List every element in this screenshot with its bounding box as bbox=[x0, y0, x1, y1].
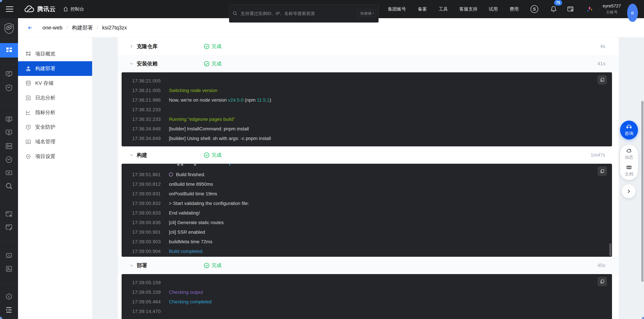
rail-terminal-menu-icon[interactable] bbox=[5, 306, 13, 314]
user-avatar[interactable]: e bbox=[627, 4, 638, 22]
check-circle-icon bbox=[204, 263, 210, 268]
docs-button[interactable]: 文档 bbox=[625, 164, 633, 178]
log-timestamp: 17:36:21.005 bbox=[132, 78, 161, 84]
log-timestamp: 17:36:21.986 bbox=[132, 97, 161, 103]
sidebar-item-overview[interactable]: 项目概览 bbox=[18, 47, 92, 61]
rail-ip-icon[interactable]: IP bbox=[5, 169, 13, 177]
navbar-link[interactable]: 客服支持 bbox=[459, 0, 478, 18]
breadcrumb-item[interactable]: one-web bbox=[42, 25, 62, 31]
sidebar-item-label: 项目概览 bbox=[35, 50, 56, 57]
log-line: 17:39:00.901[cli] SSR enabled bbox=[132, 227, 612, 237]
rail-server-icon[interactable] bbox=[5, 142, 13, 150]
log-timestamp: 17:36:21.005 bbox=[132, 88, 161, 93]
sidebar-item-domains[interactable]: W 域名管理 bbox=[18, 134, 92, 149]
breadcrumb-item[interactable]: 构建部署 bbox=[72, 25, 93, 31]
build-sections: 克隆仓库完成4s安装依赖完成41s17:36:21.00517:36:21.00… bbox=[118, 38, 618, 319]
copy-icon bbox=[600, 169, 605, 174]
open-book-icon bbox=[626, 165, 632, 170]
rail-edge-node-icon[interactable] bbox=[5, 252, 13, 260]
hamburger-menu-icon[interactable] bbox=[6, 0, 14, 18]
navbar-divider bbox=[378, 5, 379, 13]
rail-browser-edit-icon[interactable] bbox=[5, 223, 13, 231]
check-circle-icon bbox=[204, 43, 210, 49]
window-corner bbox=[642, 317, 644, 319]
sparkle-color-icon bbox=[586, 5, 594, 13]
sidebar-item-settings[interactable]: 项目设置 bbox=[18, 149, 92, 164]
sidebar-item-build-deploy[interactable]: 构建部署 bbox=[18, 61, 92, 76]
navbar-link[interactable]: 试用 bbox=[489, 0, 498, 18]
log-line: 17:39:00.831onPostBuild time 19ms bbox=[132, 189, 612, 199]
rail-divider bbox=[2, 65, 16, 65]
sidebar-item-kv-storage[interactable]: KV 存储 bbox=[18, 76, 92, 90]
sidebar-item-log-analysis[interactable]: 日志分析 bbox=[18, 90, 92, 105]
edgeone-logo-icon[interactable] bbox=[4, 22, 14, 34]
headset-icon bbox=[626, 124, 632, 130]
settings-hex-icon bbox=[25, 153, 31, 159]
rail-search-icon[interactable] bbox=[5, 182, 13, 190]
sidebar-item-metrics[interactable]: 指标分析 bbox=[18, 105, 92, 120]
sidebar-item-security[interactable]: 安全防护 bbox=[18, 120, 92, 134]
svg-text:W: W bbox=[27, 141, 29, 143]
copy-log-button[interactable] bbox=[598, 277, 607, 286]
feed-button[interactable]: 动态 bbox=[625, 147, 633, 161]
rail-function-icon[interactable] bbox=[5, 293, 13, 301]
activities-button[interactable] bbox=[586, 0, 594, 18]
clipped-log-line bbox=[122, 164, 612, 166]
copy-log-button[interactable] bbox=[598, 166, 607, 176]
build-section-row[interactable]: 构建完成1m47s bbox=[118, 146, 618, 164]
domain-w-icon: W bbox=[25, 139, 31, 145]
user-role: 主账号 bbox=[606, 9, 618, 15]
rail-item-dashboard-active[interactable] bbox=[0, 43, 18, 57]
log-line: 17:36:21.005 bbox=[132, 76, 612, 86]
log-line: 17:39:00.836[cli] Generate static routes bbox=[132, 218, 612, 227]
navbar-link[interactable]: 备案 bbox=[418, 0, 427, 18]
consult-label: 咨询 bbox=[625, 131, 634, 136]
breadcrumb-item[interactable]: ksi27tq3zx bbox=[102, 25, 127, 31]
console-label: 控制台 bbox=[70, 6, 84, 12]
rail-download-monitor-icon[interactable] bbox=[5, 129, 13, 136]
log-line: 17:39:05.159 bbox=[132, 278, 612, 287]
rail-image-icon[interactable] bbox=[5, 265, 13, 273]
global-search-input[interactable]: 支持通过实例ID、IP、名称等搜索资源 快捷键 / bbox=[229, 4, 378, 22]
console-link[interactable]: 控制台 bbox=[63, 0, 84, 18]
log-line: 17:39:05.159Checking output bbox=[132, 287, 612, 297]
build-section-row[interactable]: 克隆仓库完成4s bbox=[118, 38, 618, 55]
user-info[interactable]: eyre5727 主账号 bbox=[599, 0, 625, 18]
chevron-right-icon[interactable] bbox=[129, 44, 137, 49]
navbar-link[interactable]: 费用 bbox=[510, 0, 519, 18]
section-duration: 1m47s bbox=[590, 152, 605, 158]
consult-button[interactable]: 咨询 bbox=[620, 121, 638, 139]
log-timestamp: 17:39:00.833 bbox=[132, 210, 161, 216]
chevron-down-icon[interactable] bbox=[129, 263, 137, 268]
deploy-upload-icon bbox=[25, 66, 31, 72]
rail-site-monitor-icon[interactable] bbox=[5, 70, 13, 78]
pill-divider bbox=[625, 162, 633, 163]
rail-shield-monitor-icon[interactable] bbox=[5, 84, 13, 91]
chevron-down-icon[interactable] bbox=[129, 153, 137, 158]
log-line: 17:36:34.848[builder] InstallCommand: pn… bbox=[132, 124, 612, 134]
log-line: 17:36:32.233 bbox=[132, 105, 612, 114]
help-pill: 动态 文档 bbox=[620, 145, 638, 180]
copy-log-button[interactable] bbox=[598, 75, 607, 84]
log-timestamp: 17:36:32.233 bbox=[132, 107, 161, 112]
promo-s-icon[interactable]: S bbox=[530, 0, 538, 18]
log-line: 17:39:14.470 bbox=[132, 307, 612, 316]
home-icon bbox=[63, 6, 68, 12]
navbar-link[interactable]: 集团账号 bbox=[388, 0, 406, 18]
tencent-cloud-logo[interactable]: 腾讯云 bbox=[24, 0, 56, 18]
navbar-link[interactable]: 工具 bbox=[439, 0, 448, 18]
collapse-panel-button[interactable] bbox=[622, 184, 636, 198]
log-timestamp: 17:39:00.831 bbox=[132, 191, 161, 197]
back-arrow-button[interactable] bbox=[27, 25, 34, 31]
security-shield-icon bbox=[25, 124, 31, 130]
log-scrollbar[interactable] bbox=[609, 243, 611, 256]
chevron-down-icon[interactable] bbox=[129, 61, 137, 66]
rail-cdn-monitor-icon[interactable] bbox=[5, 116, 13, 123]
build-section-row[interactable]: 安装依赖完成41s bbox=[118, 55, 618, 72]
page-scrollbar[interactable] bbox=[641, 101, 644, 282]
rail-browser-gear-icon[interactable] bbox=[5, 210, 13, 218]
build-section-row[interactable]: 部署完成45s bbox=[118, 257, 618, 274]
log-line: 17:39:05.464Checking completed bbox=[132, 297, 612, 307]
console-settings-button[interactable] bbox=[567, 0, 574, 18]
rail-shield-network-icon[interactable] bbox=[5, 156, 13, 164]
